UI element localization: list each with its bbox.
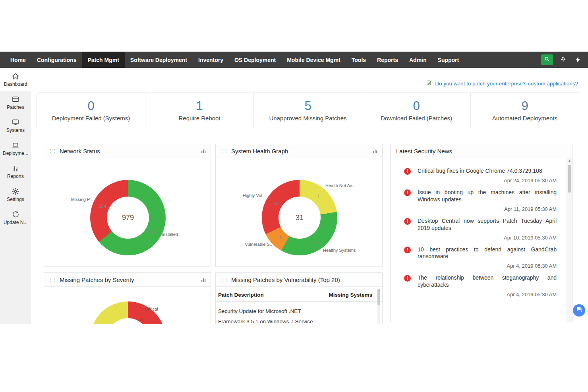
stat-require-reboot[interactable]: 1 Require Reboot bbox=[145, 93, 254, 128]
stat-value: 1 bbox=[196, 100, 203, 112]
vuln-table-header: Patch Description Missing Systems bbox=[216, 287, 382, 302]
chat-icon bbox=[576, 306, 582, 315]
chart-type-icon[interactable] bbox=[373, 148, 378, 154]
banner-link-text: Do you want to patch your enterprise's c… bbox=[435, 81, 578, 87]
news-item[interactable]: ! 10 best practices to defend against Ga… bbox=[404, 246, 567, 269]
slice-value-critical: 90 bbox=[139, 317, 144, 322]
news-scrollbar[interactable]: ▲ bbox=[567, 158, 572, 322]
main-content: Do you want to patch your enterprise's c… bbox=[31, 68, 588, 324]
bar-chart-icon bbox=[1, 164, 30, 172]
column-missing-systems: Missing Systems bbox=[329, 292, 372, 298]
rocket-icon[interactable] bbox=[558, 55, 568, 65]
stat-deployment-failed[interactable]: 0 Deployment Failed (Systems) bbox=[37, 93, 145, 128]
lightning-icon[interactable] bbox=[573, 55, 582, 65]
sidebar-item-deployment[interactable]: Deployme... bbox=[0, 137, 31, 160]
news-text: Desktop Central now supports Patch Tuesd… bbox=[418, 218, 557, 232]
slice-value-highly-vulnerable: 10 bbox=[274, 201, 279, 206]
system-health-widget: ⋮⋮ System Health Graph 31 Highly Vul.. 1… bbox=[215, 144, 383, 267]
network-status-donut: 979 bbox=[90, 180, 166, 255]
widget-title: Network Status bbox=[60, 148, 100, 154]
stat-label: Automated Deployments bbox=[492, 115, 557, 122]
custom-apps-banner-link[interactable]: Do you want to patch your enterprise's c… bbox=[426, 80, 578, 87]
nav-item-patch-mgmt[interactable]: Patch Mgmt bbox=[82, 52, 124, 68]
nav-item-mobile-device-mgmt[interactable]: Mobile Device Mgmt bbox=[281, 52, 346, 68]
nav-spacer bbox=[464, 52, 541, 68]
sidebar-item-systems[interactable]: Systems bbox=[0, 114, 31, 137]
nav-item-os-deployment[interactable]: OS Deployment bbox=[229, 52, 281, 68]
stat-value: 0 bbox=[87, 100, 94, 112]
sidebar-item-settings[interactable]: Settings bbox=[0, 183, 31, 206]
nav-item-home[interactable]: Home bbox=[5, 52, 31, 68]
stat-label: Require Reboot bbox=[178, 115, 220, 122]
summary-stats-card: 0 Deployment Failed (Systems) 1 Require … bbox=[37, 93, 579, 128]
slice-value-healthy: 11 bbox=[314, 239, 319, 243]
widget-title: Latest Security News bbox=[395, 148, 452, 154]
sidebar-item-dashboard[interactable]: Dashboard bbox=[0, 68, 31, 91]
news-item[interactable]: ! Critical bug fixes in Google Chrome 74… bbox=[404, 168, 567, 183]
scroll-up-icon[interactable]: ▲ bbox=[567, 158, 572, 164]
nav-item-software-deployment[interactable]: Software Deployment bbox=[125, 52, 193, 68]
gear-icon bbox=[1, 187, 30, 195]
news-text: 10 best practices to defend against Gand… bbox=[418, 246, 557, 261]
chart-type-icon[interactable] bbox=[201, 277, 207, 282]
scrollbar-thumb[interactable] bbox=[568, 165, 571, 193]
scrollbar-thumb[interactable] bbox=[377, 289, 380, 305]
news-text: The relationship between steganography a… bbox=[418, 274, 557, 289]
search-button[interactable] bbox=[541, 54, 553, 65]
security-news-widget: Latest Security News ! Critical bug fixe… bbox=[390, 144, 573, 322]
news-date: Apr 24, 2019 05:30 AM bbox=[418, 178, 557, 183]
news-item[interactable]: ! Issue in booting up the machines after… bbox=[404, 189, 567, 212]
news-item[interactable]: ! Desktop Central now supports Patch Tue… bbox=[404, 218, 567, 241]
widget-title: Missing Patches by Severity bbox=[60, 276, 134, 283]
severity-donut bbox=[90, 301, 166, 324]
chart-type-icon[interactable] bbox=[201, 148, 207, 154]
widget-header: ⋮⋮ Network Status bbox=[44, 144, 211, 158]
news-item[interactable]: ! The relationship between steganography… bbox=[404, 274, 567, 297]
widget-header: ⋮⋮ Missing Patches by Severity bbox=[44, 273, 211, 287]
sidebar-item-label: Patches bbox=[1, 104, 30, 110]
slice-label-installed: Installed .. bbox=[162, 232, 182, 237]
drag-handle-icon[interactable]: ⋮⋮ bbox=[220, 148, 228, 154]
alert-icon: ! bbox=[404, 247, 411, 253]
news-date: Apr 4, 2019 05:30 AM bbox=[418, 292, 557, 297]
vuln-scrollbar[interactable] bbox=[377, 289, 380, 324]
stat-unapproved-missing[interactable]: 5 Unapproved Missing Patches bbox=[254, 93, 362, 128]
sidebar-item-label: Dashboard bbox=[1, 81, 30, 87]
sidebar-item-update[interactable]: Update N... bbox=[0, 206, 31, 229]
slice-label-healthy: Healthy Systems bbox=[323, 248, 356, 253]
slice-label-missing: Missing P.. bbox=[51, 197, 92, 202]
table-row[interactable]: Security Update for Microsoft .NET Frame… bbox=[216, 302, 382, 324]
stat-automated-deployments[interactable]: 9 Automated Deployments bbox=[471, 93, 579, 128]
note-pencil-icon bbox=[426, 80, 432, 87]
slice-value-health-not-available: 7 bbox=[317, 194, 319, 199]
nav-item-configurations[interactable]: Configurations bbox=[31, 52, 82, 68]
nav-item-reports[interactable]: Reports bbox=[371, 52, 404, 68]
laptop-icon bbox=[1, 141, 30, 149]
stat-label: Download Failed (Patches) bbox=[381, 115, 452, 122]
nav-item-inventory[interactable]: Inventory bbox=[193, 52, 229, 68]
nav-item-admin[interactable]: Admin bbox=[404, 52, 432, 68]
search-icon bbox=[544, 56, 550, 64]
alert-icon: ! bbox=[404, 189, 411, 196]
drag-handle-icon[interactable]: ⋮⋮ bbox=[48, 148, 56, 154]
news-date: Apr 10, 2019 05:30 AM bbox=[418, 235, 557, 241]
stat-download-failed[interactable]: 0 Download Failed (Patches) bbox=[362, 93, 471, 128]
news-text: Issue in booting up the machines after i… bbox=[418, 189, 557, 203]
chat-launcher-button[interactable] bbox=[573, 304, 585, 317]
drag-handle-icon[interactable]: ⋮⋮ bbox=[220, 277, 228, 282]
nav-item-support[interactable]: Support bbox=[432, 52, 465, 68]
slice-value-missing: 354 bbox=[99, 204, 106, 209]
app-window: Home Configurations Patch Mgmt Software … bbox=[0, 52, 588, 324]
slice-value-installed: 625 bbox=[148, 229, 155, 234]
news-list: ! Critical bug fixes in Google Chrome 74… bbox=[391, 158, 567, 322]
sidebar-item-label: Deployme... bbox=[1, 151, 30, 156]
news-text: Critical bug fixes in Google Chrome 74.0… bbox=[418, 168, 557, 175]
nav-item-tools[interactable]: Tools bbox=[346, 52, 371, 68]
drag-handle-icon[interactable]: ⋮⋮ bbox=[48, 277, 56, 282]
stat-label: Deployment Failed (Systems) bbox=[52, 115, 130, 122]
sidebar-item-reports[interactable]: Reports bbox=[0, 160, 31, 183]
alert-icon: ! bbox=[404, 218, 411, 225]
sidebar-item-patches[interactable]: Patches bbox=[0, 91, 31, 114]
system-health-chart: 31 Highly Vul.. 10 Health Not Av.. 7 Vul… bbox=[216, 158, 382, 266]
stat-value: 5 bbox=[304, 100, 311, 112]
